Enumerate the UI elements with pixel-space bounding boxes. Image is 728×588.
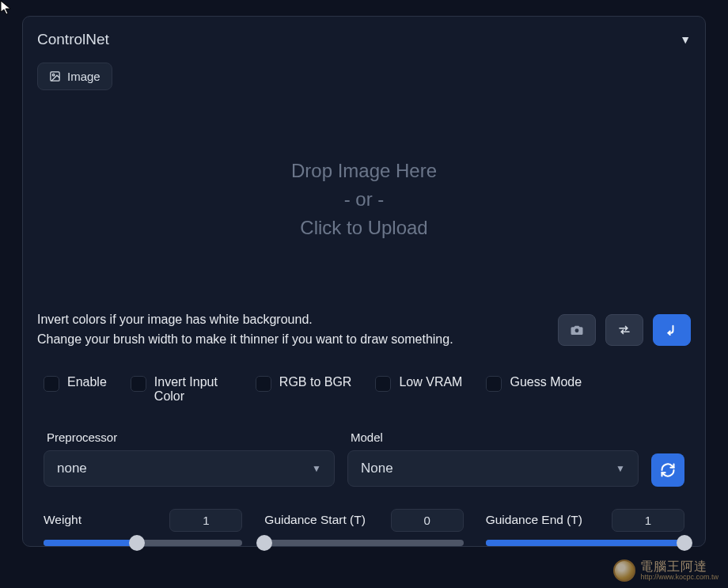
collapse-toggle[interactable]: ▼: [680, 33, 691, 46]
swap-icon: [616, 323, 632, 337]
weight-label: Weight: [44, 513, 82, 527]
checkbox-box: [131, 376, 146, 392]
arrow-return-icon: [664, 323, 680, 337]
help-text: Invert colors if your image has white ba…: [37, 310, 453, 350]
guidance-start-value[interactable]: 0: [391, 509, 464, 532]
checkbox-rgb-to-bgr[interactable]: RGB to BGR: [256, 375, 352, 404]
weight-slider-group: Weight 1: [44, 509, 242, 546]
arrow-return-button[interactable]: [653, 314, 691, 346]
guidance-end-value[interactable]: 1: [612, 509, 684, 532]
chevron-down-icon: ▼: [312, 463, 321, 474]
chevron-down-icon: ▼: [616, 463, 625, 474]
model-select[interactable]: None ▼: [347, 450, 639, 487]
preprocessor-select[interactable]: none ▼: [44, 450, 335, 487]
svg-point-2: [575, 328, 579, 332]
camera-icon: [569, 323, 585, 337]
tab-image[interactable]: Image: [37, 63, 112, 90]
refresh-icon: [660, 462, 676, 478]
checkbox-box: [486, 376, 502, 392]
guidance-end-slider[interactable]: [486, 540, 684, 546]
checkbox-box: [44, 376, 59, 392]
model-label: Model: [347, 431, 639, 444]
image-icon: [49, 70, 61, 82]
checkbox-guess-mode[interactable]: Guess Mode: [486, 375, 582, 404]
checkbox-invert-input-color[interactable]: Invert Input Color: [131, 375, 232, 404]
image-dropzone[interactable]: Drop Image Here - or - Click to Upload: [37, 104, 691, 294]
weight-value[interactable]: 1: [169, 509, 242, 532]
checkbox-box: [375, 376, 391, 392]
slider-thumb[interactable]: [129, 535, 145, 551]
checkbox-box: [256, 376, 271, 392]
watermark: 電腦王阿達 http://www.kocpc.com.tw: [613, 560, 719, 582]
controlnet-panel: ControlNet ▼ Image Drop Image Here - or …: [22, 16, 706, 547]
svg-point-1: [52, 74, 55, 76]
refresh-model-button[interactable]: [651, 453, 684, 487]
dropzone-line1: Drop Image Here: [291, 157, 437, 185]
tab-image-label: Image: [67, 70, 100, 83]
slider-fill: [486, 540, 684, 546]
dropzone-line2: - or -: [344, 185, 385, 214]
swap-button[interactable]: [605, 314, 643, 346]
checkbox-enable[interactable]: Enable: [44, 375, 107, 404]
preprocessor-label: Preprocessor: [44, 431, 335, 444]
checkbox-low-vram[interactable]: Low VRAM: [375, 375, 462, 404]
slider-thumb[interactable]: [677, 535, 692, 551]
guidance-end-label: Guidance End (T): [486, 513, 582, 527]
weight-slider[interactable]: [44, 540, 242, 546]
guidance-start-slider-group: Guidance Start (T) 0: [264, 509, 463, 546]
guidance-end-slider-group: Guidance End (T) 1: [486, 509, 684, 546]
panel-title: ControlNet: [37, 31, 109, 48]
guidance-start-label: Guidance Start (T): [264, 513, 366, 527]
watermark-logo: [613, 560, 635, 582]
slider-fill: [44, 540, 137, 546]
camera-button[interactable]: [558, 314, 596, 346]
dropzone-line3: Click to Upload: [300, 214, 427, 242]
guidance-start-slider[interactable]: [264, 540, 463, 546]
slider-thumb[interactable]: [256, 535, 272, 551]
